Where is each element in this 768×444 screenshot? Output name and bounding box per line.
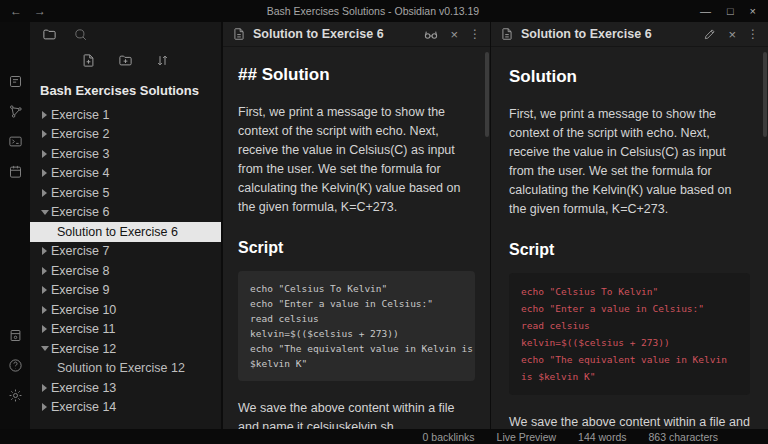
preview-content: Solution First, we print a message to sh… <box>491 47 768 429</box>
file-label: Solution to Exercise 12 <box>57 361 185 375</box>
preview-pane-title: Solution to Exercise 6 <box>521 27 652 41</box>
new-note-button[interactable] <box>81 53 96 68</box>
markdown-heading: ## Solution <box>238 65 475 85</box>
sidebar-item-exercise-7[interactable]: Exercise 7 <box>30 242 221 262</box>
sidebar-tabs <box>30 22 221 46</box>
character-count: 863 characters <box>649 431 718 443</box>
collapse-icon <box>38 150 51 158</box>
code-line: kelvin=$(($celsius + 273)) <box>521 334 738 351</box>
script-heading: Script <box>238 239 475 257</box>
reading-view-toggle-icon[interactable] <box>423 26 439 42</box>
sidebar-item-exercise-11[interactable]: Exercise 11 <box>30 320 221 340</box>
minimize-button[interactable]: — <box>700 5 711 17</box>
close-pane-icon[interactable]: × <box>728 28 736 41</box>
sidebar-item-exercise-4[interactable]: Exercise 4 <box>30 164 221 184</box>
collapse-icon <box>38 189 51 197</box>
open-daily-note-icon[interactable] <box>8 164 23 179</box>
close-window-button[interactable]: × <box>750 5 756 17</box>
save-note-paragraph: We save the above content within a file … <box>238 399 475 429</box>
code-block: echo "Celsius To Kelvin"echo "Enter a va… <box>509 273 750 395</box>
folder-label: Exercise 2 <box>51 127 109 141</box>
collapse-icon <box>38 130 51 138</box>
backlinks-count[interactable]: 0 backlinks <box>423 431 475 443</box>
collapse-icon <box>38 247 51 255</box>
sort-order-button[interactable] <box>155 53 170 68</box>
editor-pane: Solution to Exercise 6 × ⋮ ## Solution F… <box>222 22 490 429</box>
folder-label: Exercise 12 <box>51 342 116 356</box>
collapse-icon <box>38 286 51 294</box>
collapse-icon <box>38 306 51 314</box>
scrollbar[interactable] <box>485 52 489 137</box>
collapse-icon <box>38 267 51 275</box>
sidebar-item-exercise-8[interactable]: Exercise 8 <box>30 261 221 281</box>
obsidian-window: ← → Bash Exercises Solutions - Obsidian … <box>0 0 768 444</box>
sidebar-item-exercise-6[interactable]: Exercise 6 <box>30 203 221 223</box>
sidebar-item-exercise-13[interactable]: Exercise 13 <box>30 378 221 398</box>
close-pane-icon[interactable]: × <box>450 28 458 41</box>
folder-label: Exercise 4 <box>51 166 109 180</box>
help-icon[interactable] <box>8 358 23 373</box>
folder-label: Exercise 9 <box>51 283 109 297</box>
search-tab-icon[interactable] <box>73 27 88 42</box>
folder-label: Exercise 6 <box>51 205 109 219</box>
expand-icon <box>38 210 51 215</box>
sidebar-item-exercise-9[interactable]: Exercise 9 <box>30 281 221 301</box>
open-command-palette-icon[interactable] <box>8 134 23 149</box>
code-line: read celsius <box>521 317 738 334</box>
code-line: echo "Celsius To Kelvin" <box>250 281 463 296</box>
intro-paragraph: First, we print a message to show the co… <box>238 103 475 217</box>
files-tab-icon[interactable] <box>42 27 57 42</box>
maximize-button[interactable]: □ <box>727 5 734 17</box>
sidebar-item-solution-to-exercise-12[interactable]: Solution to Exercise 12 <box>30 359 221 379</box>
solution-heading: Solution <box>509 67 750 87</box>
folder-label: Exercise 5 <box>51 186 109 200</box>
sidebar-item-exercise-2[interactable]: Exercise 2 <box>30 125 221 145</box>
collapse-icon <box>38 111 51 119</box>
more-options-icon[interactable]: ⋮ <box>747 28 759 40</box>
history-forward-icon[interactable]: → <box>34 4 46 18</box>
open-quick-switcher-icon[interactable] <box>8 74 23 89</box>
code-block: echo "Celsius To Kelvin"echo "Enter a va… <box>238 271 475 381</box>
edit-view-toggle-icon[interactable] <box>703 27 717 41</box>
sidebar-item-exercise-3[interactable]: Exercise 3 <box>30 144 221 164</box>
history-back-icon[interactable]: ← <box>10 4 22 18</box>
code-line: $kelvin K" <box>250 356 463 371</box>
folder-label: Exercise 7 <box>51 244 109 258</box>
ribbon <box>0 22 30 429</box>
file-tree: Exercise 1 Exercise 2 Exercise 3 Exercis… <box>30 105 221 429</box>
titlebar: ← → Bash Exercises Solutions - Obsidian … <box>0 0 768 22</box>
view-mode-indicator[interactable]: Live Preview <box>497 431 557 443</box>
collapse-icon <box>38 384 51 392</box>
statusbar: 0 backlinks Live Preview 144 words 863 c… <box>0 429 768 444</box>
more-options-icon[interactable]: ⋮ <box>469 28 481 40</box>
expand-icon <box>38 346 51 351</box>
sidebar-item-exercise-1[interactable]: Exercise 1 <box>30 105 221 125</box>
scrollbar[interactable] <box>763 52 767 137</box>
sidebar-item-solution-to-exercise-6[interactable]: Solution to Exercise 6 <box>30 222 221 242</box>
vault-title[interactable]: Bash Exercises Solutions <box>30 74 221 105</box>
code-line: echo "Celsius To Kelvin" <box>521 283 738 300</box>
open-graph-view-icon[interactable] <box>8 104 23 119</box>
save-note-paragraph: We save the above content within a file … <box>509 413 750 429</box>
sidebar-item-exercise-12[interactable]: Exercise 12 <box>30 339 221 359</box>
sidebar-item-exercise-10[interactable]: Exercise 10 <box>30 300 221 320</box>
folder-label: Exercise 14 <box>51 400 116 414</box>
code-line: read celsius <box>250 311 463 326</box>
sidebar-item-exercise-14[interactable]: Exercise 14 <box>30 398 221 418</box>
code-line: echo "The equivalent value in Kelvin is <box>250 341 463 356</box>
sidebar-item-exercise-5[interactable]: Exercise 5 <box>30 183 221 203</box>
collapse-icon <box>38 169 51 177</box>
code-line: echo "The equivalent value in Kelvin <box>521 351 738 368</box>
open-another-vault-icon[interactable] <box>8 328 23 343</box>
window-title: Bash Exercises Solutions - Obsidian v0.1… <box>46 5 700 17</box>
code-line: echo "Enter a value in Celsius:" <box>521 300 738 317</box>
preview-pane-header: Solution to Exercise 6 × ⋮ <box>491 22 768 47</box>
folder-label: Exercise 11 <box>51 322 115 336</box>
settings-icon[interactable] <box>8 388 23 403</box>
intro-paragraph: First, we print a message to show the co… <box>509 105 750 219</box>
word-count: 144 words <box>578 431 626 443</box>
file-explorer-sidebar: Bash Exercises Solutions Exercise 1 Exer… <box>30 22 222 429</box>
code-line: is $kelvin K" <box>521 368 738 385</box>
new-folder-button[interactable] <box>118 53 133 68</box>
editor-content[interactable]: ## Solution First, we print a message to… <box>223 47 490 429</box>
